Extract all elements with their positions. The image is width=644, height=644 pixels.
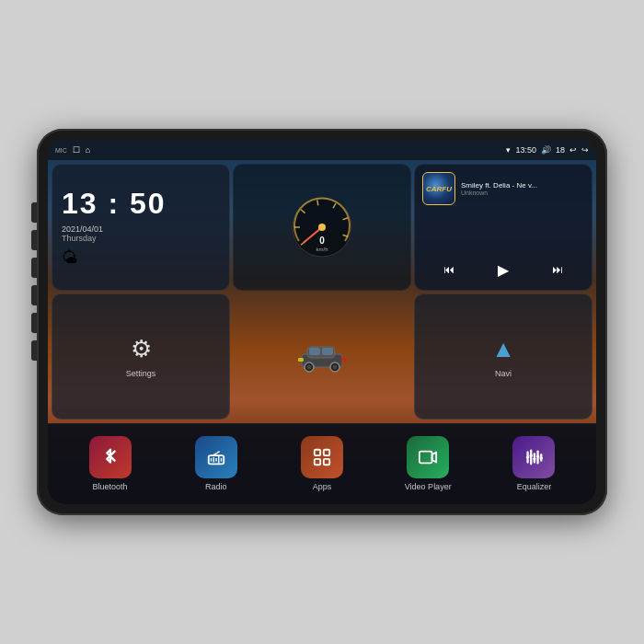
music-title: Smiley ft. Delia - Ne v... <box>461 181 584 190</box>
svg-text:km/h: km/h <box>316 247 328 252</box>
bluetooth-icon-box <box>89 436 132 478</box>
home-status-icon: ⌂ <box>86 145 90 155</box>
rst-button[interactable] <box>31 230 37 250</box>
mode-button[interactable] <box>31 285 37 305</box>
navi-label: Navi <box>495 369 512 378</box>
power-button[interactable] <box>31 258 37 278</box>
status-left: MIC ☐ ⌂ <box>55 145 90 155</box>
bottom-app-bar: Bluetooth Radio <box>48 423 596 504</box>
vol-down-button[interactable] <box>31 340 37 361</box>
video-player-app[interactable]: Video Player <box>375 436 481 491</box>
clock-widget: 13 : 50 2021/04/01 Thursday 🌤 <box>52 164 230 291</box>
bluetooth-label: Bluetooth <box>93 482 128 491</box>
svg-rect-44 <box>540 457 544 459</box>
svg-line-4 <box>317 200 318 205</box>
mic-button[interactable] <box>31 202 37 223</box>
video-icon-box <box>407 436 449 478</box>
radio-label: Radio <box>205 482 227 491</box>
apps-icon <box>312 447 332 467</box>
clock-day: Thursday <box>62 234 220 243</box>
music-info: Smiley ft. Delia - Ne v... Unknown <box>461 181 584 196</box>
svg-point-19 <box>333 365 338 370</box>
clock-time: 13 : 50 <box>62 187 220 221</box>
carfu-label: CARFU <box>426 185 452 193</box>
prev-button[interactable]: ⏮ <box>440 261 458 278</box>
apps-icon-box <box>301 436 343 478</box>
car-icon <box>294 338 350 374</box>
settings-label: Settings <box>126 369 156 378</box>
weather-icon: 🌤 <box>62 248 220 268</box>
radio-icon-box <box>195 436 237 478</box>
svg-rect-43 <box>536 455 540 457</box>
battery-outline-icon: ☐ <box>73 145 80 155</box>
svg-marker-34 <box>432 452 437 462</box>
equalizer-app[interactable]: Equalizer <box>481 436 587 491</box>
svg-point-9 <box>318 224 326 231</box>
radio-app[interactable]: Radio <box>163 436 269 491</box>
svg-rect-30 <box>324 449 329 454</box>
time-display: 13:50 <box>515 145 536 155</box>
svg-rect-42 <box>533 457 536 459</box>
clock-date: 2021/04/01 <box>62 224 220 234</box>
car-head-unit: MIC ☐ ⌂ ▾ 13:50 🔊 18 ↩ ↪ 13 : 50 2021/04… <box>37 129 607 515</box>
apps-label: Apps <box>313 482 332 491</box>
equalizer-label: Equalizer <box>517 482 552 491</box>
svg-rect-32 <box>324 458 329 464</box>
svg-rect-29 <box>315 449 320 454</box>
svg-rect-31 <box>315 458 320 464</box>
mic-label: MIC <box>55 147 67 154</box>
svg-rect-20 <box>298 358 304 362</box>
svg-rect-41 <box>530 454 534 456</box>
status-bar: MIC ☐ ⌂ ▾ 13:50 🔊 18 ↩ ↪ <box>48 140 596 160</box>
svg-text:0: 0 <box>319 236 325 246</box>
equalizer-icon <box>523 447 544 467</box>
screen: MIC ☐ ⌂ ▾ 13:50 🔊 18 ↩ ↪ 13 : 50 2021/04… <box>48 140 596 504</box>
music-top: CARFU Smiley ft. Delia - Ne v... Unknown <box>422 172 584 205</box>
vol-up-button[interactable] <box>31 313 37 333</box>
svg-rect-40 <box>526 456 530 458</box>
video-player-label: Video Player <box>405 482 452 491</box>
svg-rect-21 <box>340 358 346 362</box>
radio-icon <box>206 447 226 467</box>
road-view-center <box>233 293 411 420</box>
battery-level: 18 <box>556 145 565 155</box>
volume-icon: 🔊 <box>541 145 551 155</box>
bluetooth-app[interactable]: Bluetooth <box>57 436 163 491</box>
music-logo: CARFU <box>422 172 455 205</box>
main-grid: 13 : 50 2021/04/01 Thursday 🌤 <box>48 160 596 423</box>
music-controls[interactable]: ⏮ ▶ ⏭ <box>422 258 584 282</box>
status-right: ▾ 13:50 🔊 18 ↩ ↪ <box>506 145 589 155</box>
wifi-icon: ▾ <box>506 145 511 155</box>
equalizer-icon-box <box>512 436 555 478</box>
speedometer-svg: 0 km/h <box>285 190 359 264</box>
nav-back-icon: ↩ <box>569 145 577 155</box>
svg-rect-15 <box>322 348 333 355</box>
music-artist: Unknown <box>461 190 584 196</box>
nav-forward-icon: ↪ <box>581 145 589 155</box>
bluetooth-icon <box>100 447 121 467</box>
apps-app[interactable]: Apps <box>269 436 374 491</box>
side-buttons <box>31 202 37 361</box>
speed-widget: 0 km/h <box>233 164 411 291</box>
settings-icon: ⚙ <box>131 335 152 363</box>
navi-widget[interactable]: ▲ Navi <box>414 293 592 420</box>
settings-widget[interactable]: ⚙ Settings <box>52 293 230 420</box>
video-icon <box>418 447 438 467</box>
next-button[interactable]: ⏭ <box>548 261 567 278</box>
play-button[interactable]: ▶ <box>494 259 512 281</box>
svg-point-17 <box>307 365 312 370</box>
svg-rect-14 <box>309 348 320 355</box>
svg-rect-33 <box>420 451 432 463</box>
navi-icon: ▲ <box>491 335 515 363</box>
music-widget: CARFU Smiley ft. Delia - Ne v... Unknown… <box>414 164 592 291</box>
